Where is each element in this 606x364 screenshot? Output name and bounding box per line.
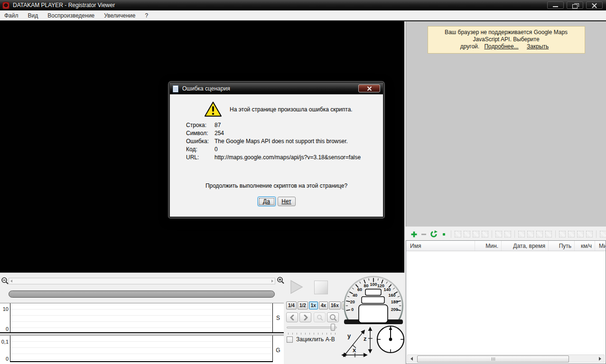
add-icon[interactable] [410, 230, 418, 238]
notice-line3-prefix: другой. [460, 43, 479, 50]
position-slider-track[interactable] [287, 327, 337, 328]
script-document-icon [173, 85, 178, 92]
menu-help[interactable]: ? [140, 11, 153, 20]
yes-button[interactable]: Да [258, 197, 276, 206]
menu-zoom[interactable]: Увеличение [99, 11, 140, 20]
table-header: Имя Мин. Дата, время Путь км/ч Ми [406, 241, 606, 251]
gauge-display-small [365, 289, 381, 295]
app-logo-icon [2, 2, 9, 9]
detail-row-char: Символ: 254 [186, 129, 378, 137]
remove-icon [420, 230, 428, 238]
menu-playback[interactable]: Воспроизведение [43, 11, 99, 20]
dialog-title-bar: Ошибка сценария [170, 83, 383, 94]
continue-question: Продолжить выполнение скриптов на этой с… [170, 182, 383, 189]
gforce-ymax-label: 0,1 [0, 339, 9, 345]
dialog-body: На этой странице произошла ошибка скрипт… [170, 94, 383, 217]
previous-button[interactable] [286, 312, 298, 322]
speed-half-button[interactable]: 1/2 [298, 301, 308, 309]
x-axis-label: x [353, 346, 356, 354]
menu-view[interactable]: Вид [23, 11, 43, 20]
gauge-display-medium [362, 297, 384, 303]
speedometer-gauge: 0 20 40 60 80 100 120 140 160 180 200 [339, 273, 408, 326]
gforce-series-label: G [273, 347, 283, 354]
detail-row-code: Код: 0 [186, 146, 378, 154]
bottom-panel: 10 0 S 0,1 0 G 1/4 1/2 1x 4x 16x 64x [0, 273, 404, 364]
notice-line1: Ваш браузер не поддерживается Google Map… [445, 29, 568, 36]
timeline-zoom-in-icon[interactable] [277, 276, 285, 284]
column-path[interactable]: Путь [549, 241, 575, 251]
window-title: DATAKAM PLAYER - Registrator Viewer [13, 2, 115, 9]
stop-button[interactable] [314, 281, 328, 294]
column-clipped[interactable]: Ми [595, 241, 606, 251]
timeline-scrollbar[interactable] [9, 278, 275, 284]
menu-file[interactable]: Файл [0, 11, 23, 20]
speed-4x-button[interactable]: 4x [319, 301, 328, 309]
speed-1x-button[interactable]: 1x [309, 301, 318, 309]
svg-text:20: 20 [350, 300, 355, 304]
notice-more-link[interactable]: Подробнее... [484, 43, 518, 50]
detail-row-line: Строка: 87 [186, 121, 378, 129]
restore-button[interactable] [567, 1, 583, 9]
axes-diagram: y z x [337, 324, 377, 363]
refresh-icon[interactable] [430, 230, 438, 238]
disabled-icon-8 [527, 231, 534, 237]
map-panel: Ваш браузер не поддерживается Google Map… [406, 21, 606, 227]
minimize-icon [553, 6, 558, 7]
toolbar-separator [492, 230, 492, 238]
loop-checkbox[interactable] [287, 337, 293, 343]
no-button[interactable]: Нет [278, 197, 296, 206]
error-message: На этой странице произошла ошибка скрипт… [230, 106, 353, 113]
caption-buttons [547, 1, 603, 9]
timeline-overview-bar[interactable] [9, 291, 275, 298]
minimize-button[interactable] [547, 1, 564, 9]
column-datetime[interactable]: Дата, время [502, 241, 549, 251]
column-min[interactable]: Мин. [475, 241, 502, 251]
scroll-thumb[interactable] [417, 355, 569, 363]
toolbar-separator [555, 230, 556, 238]
record-dot-icon[interactable] [440, 230, 448, 238]
scroll-left-arrow[interactable] [408, 355, 416, 362]
toolbar-separator [596, 230, 597, 238]
timeline-zoom-out-icon[interactable] [1, 277, 9, 285]
slider-tick-marks [288, 333, 337, 335]
dialog-buttons: Да Нет [170, 197, 383, 206]
dialog-close-icon [367, 86, 372, 91]
svg-text:80: 80 [364, 283, 369, 288]
detail-row-error: Ошибка: The Google Maps API does not sup… [186, 137, 378, 146]
disabled-icon-5 [495, 231, 502, 237]
position-slider-thumb[interactable] [331, 324, 335, 331]
disabled-icon-11 [559, 231, 566, 237]
disabled-icon-1 [455, 231, 461, 237]
scroll-right-arrow[interactable] [596, 355, 604, 362]
next-button[interactable] [299, 312, 311, 322]
table-hscrollbar[interactable] [407, 355, 605, 363]
dialog-title: Ошибка сценария [182, 85, 230, 92]
gforce-chart: 0,1 0 G [0, 335, 284, 364]
loop-row: Зациклить A-B [287, 336, 335, 343]
notice-close-link[interactable]: Закрыть [527, 43, 549, 50]
detail-row-url: URL: http://maps.google.com/maps/api/js?… [186, 154, 378, 162]
toolbar-separator [514, 230, 515, 238]
warning-icon [204, 101, 222, 118]
speed-quarter-button[interactable]: 1/4 [286, 301, 297, 309]
timeline-scroll-right-icon[interactable] [271, 280, 273, 282]
toolbar-separator [451, 230, 451, 238]
column-kmh[interactable]: км/ч [575, 241, 595, 251]
disabled-icon-13 [577, 231, 584, 237]
speed-chart-plot [10, 303, 273, 332]
zoom-out-button [314, 312, 326, 322]
svg-text:40: 40 [353, 293, 357, 298]
timeline-scroll-left-icon[interactable] [10, 280, 12, 282]
table-body [406, 251, 606, 346]
zoom-in-button[interactable] [327, 312, 339, 322]
dialog-close-button[interactable] [358, 84, 380, 92]
disabled-icon-14 [586, 231, 593, 237]
disabled-icon-4 [482, 231, 488, 237]
column-name[interactable]: Имя [406, 241, 475, 251]
svg-text:140: 140 [383, 287, 391, 292]
close-button[interactable] [586, 1, 603, 9]
disabled-icon-3 [473, 231, 479, 237]
error-details: Строка: 87 Символ: 254 Ошибка: The Googl… [186, 121, 378, 162]
play-button[interactable] [289, 280, 305, 297]
speed-ymax-label: 10 [0, 306, 9, 312]
